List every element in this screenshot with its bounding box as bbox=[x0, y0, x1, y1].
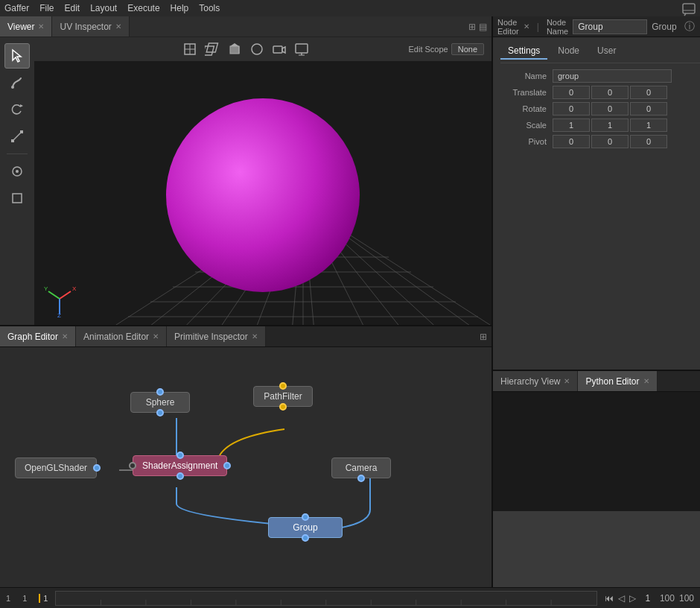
frame-input[interactable]: 1 bbox=[39, 594, 48, 603]
sa-port-top[interactable] bbox=[176, 452, 184, 459]
menu-help[interactable]: Help bbox=[171, 3, 189, 13]
group-port-bottom[interactable] bbox=[302, 534, 309, 542]
graph-content[interactable]: Sphere PathFilter OpenGLShader bbox=[0, 347, 491, 608]
tab-viewer[interactable]: Viewer ✕ bbox=[0, 16, 52, 37]
close-graph-tab[interactable]: ✕ bbox=[62, 332, 68, 341]
camera-view-btn[interactable] bbox=[4, 159, 30, 184]
prop-value-translate bbox=[553, 86, 667, 99]
settings-tab-settings[interactable]: Settings bbox=[500, 43, 547, 60]
node-openglshader[interactable]: OpenGLShader bbox=[15, 457, 97, 478]
paint-tool-btn[interactable] bbox=[4, 70, 30, 95]
close-viewer-tab[interactable]: ✕ bbox=[38, 22, 44, 31]
tab-python-editor[interactable]: Python Editor ✕ bbox=[578, 371, 657, 391]
graph-grid-icon[interactable]: ⊞ bbox=[480, 332, 487, 342]
close-hierarchy-tab[interactable]: ✕ bbox=[564, 377, 570, 385]
prop-input-translate-z[interactable] bbox=[630, 86, 667, 99]
sphere-port-top[interactable] bbox=[156, 388, 164, 396]
svg-rect-48 bbox=[683, 4, 695, 13]
node-sphere[interactable]: Sphere bbox=[130, 392, 190, 413]
close-animation-tab[interactable]: ✕ bbox=[153, 332, 159, 341]
tab-uv-inspector[interactable]: UV Inspector ✕ bbox=[52, 16, 129, 37]
svg-text:Z: Z bbox=[57, 312, 61, 317]
rotate-tool-btn[interactable] bbox=[4, 97, 30, 122]
camera-tool-icon[interactable] bbox=[270, 40, 288, 58]
prop-input-translate-y[interactable] bbox=[591, 86, 629, 99]
python-content[interactable] bbox=[493, 392, 700, 511]
group-port-top[interactable] bbox=[302, 513, 309, 521]
sa-port-right[interactable] bbox=[223, 462, 231, 469]
menu-tools[interactable]: Tools bbox=[199, 3, 220, 13]
node-name-input[interactable] bbox=[573, 19, 647, 34]
menu-gaffer[interactable]: Gaffer bbox=[4, 3, 29, 13]
prop-value-scale bbox=[553, 118, 667, 132]
sa-port-left[interactable] bbox=[129, 462, 136, 469]
select-tool-btn[interactable] bbox=[4, 43, 30, 69]
pathfilter-port-bottom[interactable] bbox=[279, 403, 287, 411]
camera-port-bottom[interactable] bbox=[357, 475, 365, 482]
svg-marker-16 bbox=[20, 104, 23, 107]
step-back-btn[interactable]: ◁ bbox=[618, 593, 625, 604]
start-frame: 100 bbox=[660, 593, 675, 604]
openglshader-port-right[interactable] bbox=[93, 464, 101, 472]
timeline[interactable] bbox=[55, 591, 597, 606]
mesh-icon[interactable] bbox=[181, 40, 199, 58]
sphere-port-bottom[interactable] bbox=[156, 409, 164, 417]
menu-layout[interactable]: Layout bbox=[90, 3, 117, 13]
node-pathfilter[interactable]: PathFilter bbox=[253, 386, 313, 407]
close-uv-tab[interactable]: ✕ bbox=[115, 22, 121, 31]
sa-port-bottom[interactable] bbox=[176, 472, 184, 480]
close-python-tab[interactable]: ✕ bbox=[643, 377, 649, 385]
graph-chat-icon[interactable] bbox=[682, 3, 696, 19]
prop-input-pivot-x[interactable] bbox=[553, 135, 590, 148]
menu-execute[interactable]: Execute bbox=[127, 3, 159, 13]
menu-edit[interactable]: Edit bbox=[64, 3, 80, 13]
prop-input-translate-x[interactable] bbox=[553, 86, 590, 99]
settings-tab-node[interactable]: Node bbox=[550, 43, 587, 60]
crop-tool-btn[interactable] bbox=[4, 186, 30, 211]
viewer-layout-icon[interactable]: ▤ bbox=[479, 22, 487, 32]
screen-tool-icon[interactable] bbox=[293, 40, 311, 58]
prop-input-pivot-z[interactable] bbox=[630, 135, 667, 148]
graph-editor: Graph Editor ✕ Animation Editor ✕ Primit… bbox=[0, 325, 491, 608]
node-info-icon[interactable]: ⓘ bbox=[684, 20, 695, 34]
tab-animation-editor[interactable]: Animation Editor ✕ bbox=[76, 326, 167, 346]
node-camera[interactable]: Camera bbox=[331, 457, 391, 478]
play-btn[interactable]: ▷ bbox=[629, 593, 636, 604]
node-shaderassignment[interactable]: ShaderAssignment bbox=[133, 455, 227, 476]
tab-primitive-inspector[interactable]: Primitive Inspector ✕ bbox=[167, 326, 266, 346]
scale-tool-btn[interactable] bbox=[4, 124, 30, 149]
prop-input-scale-x[interactable] bbox=[553, 118, 590, 132]
wireframe-icon[interactable] bbox=[203, 40, 221, 58]
prop-input-name[interactable] bbox=[553, 69, 672, 83]
close-node-editor[interactable]: ✕ bbox=[524, 22, 529, 31]
svg-rect-11 bbox=[296, 44, 308, 53]
menu-file[interactable]: File bbox=[39, 3, 54, 13]
box-tool-icon[interactable] bbox=[226, 40, 244, 58]
prop-input-rotate-z[interactable] bbox=[630, 102, 667, 115]
prop-value-name bbox=[553, 69, 672, 83]
svg-rect-22 bbox=[13, 194, 22, 203]
close-primitive-tab[interactable]: ✕ bbox=[252, 332, 258, 341]
prop-input-scale-z[interactable] bbox=[630, 118, 667, 132]
tab-hierarchy-view[interactable]: Hierarchy View ✕ bbox=[493, 371, 578, 391]
property-translate: Translate bbox=[500, 86, 700, 99]
edit-scope-value[interactable]: None bbox=[451, 43, 484, 55]
pathfilter-port-top[interactable] bbox=[279, 382, 287, 390]
frame-display: 1 bbox=[640, 593, 655, 604]
prop-input-scale-y[interactable] bbox=[591, 118, 629, 132]
sphere-tool-icon[interactable] bbox=[248, 40, 266, 58]
prop-input-pivot-y[interactable] bbox=[591, 135, 629, 148]
jump-start-btn[interactable]: ⏮ bbox=[605, 593, 614, 604]
prop-input-rotate-x[interactable] bbox=[553, 102, 590, 115]
axis-widget: X Y Z bbox=[41, 280, 78, 317]
property-scale: Scale bbox=[500, 118, 700, 132]
viewer-grid-icon[interactable]: ⊞ bbox=[468, 22, 476, 32]
prop-input-rotate-y[interactable] bbox=[591, 102, 629, 115]
edit-scope: Edit Scope None bbox=[409, 43, 485, 55]
svg-rect-9 bbox=[273, 46, 282, 53]
tab-graph-editor[interactable]: Graph Editor ✕ bbox=[0, 326, 76, 346]
node-group[interactable]: Group bbox=[268, 517, 343, 538]
prop-value-rotate bbox=[553, 102, 667, 115]
settings-tab-user[interactable]: User bbox=[590, 43, 623, 60]
status-bar: 1 1 1 ⏮ ◁ ▷ 1 100 bbox=[0, 587, 700, 608]
